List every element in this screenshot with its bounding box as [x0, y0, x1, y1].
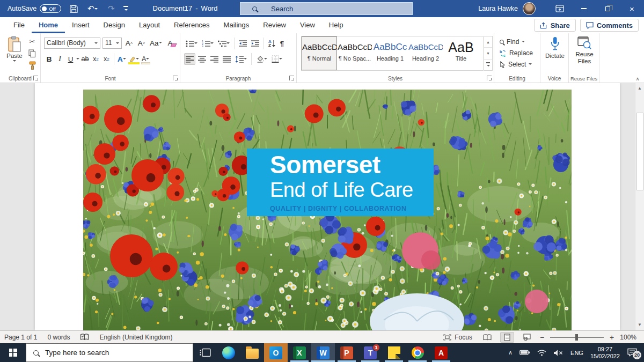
- search-box[interactable]: Search: [240, 2, 413, 15]
- paragraph-dialog-launcher[interactable]: [289, 76, 294, 80]
- cut-button[interactable]: ✂: [27, 36, 38, 47]
- ribbon-collapse-button[interactable]: ∧: [634, 76, 641, 82]
- bullets-button[interactable]: [184, 38, 199, 49]
- wifi-button[interactable]: [537, 349, 546, 356]
- proofing-status-button[interactable]: [80, 334, 89, 341]
- sort-button[interactable]: AZ: [267, 38, 277, 49]
- flower-field-image[interactable]: Somerset End of Life Care QUALITY | DIGN…: [83, 90, 572, 330]
- italic-button[interactable]: I: [55, 53, 65, 65]
- tab-references[interactable]: References: [167, 17, 216, 33]
- comments-button[interactable]: Comments: [580, 19, 639, 32]
- tab-view[interactable]: View: [293, 17, 322, 33]
- vertical-scrollbar[interactable]: ▲ ▼: [635, 83, 644, 330]
- borders-button[interactable]: [270, 53, 284, 65]
- taskbar-word[interactable]: W: [311, 343, 335, 362]
- numbering-button[interactable]: 123: [200, 38, 215, 49]
- word-count[interactable]: 0 words: [47, 334, 70, 341]
- find-button[interactable]: Find: [500, 38, 525, 46]
- bold-button[interactable]: B: [44, 53, 54, 65]
- task-view-button[interactable]: [193, 343, 217, 362]
- style-normal[interactable]: AaBbCcDc ¶ Normal: [302, 36, 337, 70]
- copy-button[interactable]: [27, 48, 38, 58]
- style-heading-2[interactable]: AaBbCcD Heading 2: [408, 36, 443, 70]
- taskbar-search-box[interactable]: Type here to search: [26, 343, 193, 362]
- font-dialog-launcher[interactable]: [173, 76, 178, 80]
- shading-button[interactable]: [254, 53, 269, 65]
- redo-button[interactable]: ↷: [105, 2, 118, 16]
- font-family-select[interactable]: Calibri (Body): [44, 38, 100, 49]
- style-no-spacing[interactable]: AaBbCcDc ¶ No Spac...: [337, 36, 372, 70]
- tab-insert[interactable]: Insert: [65, 17, 97, 33]
- taskbar-edge[interactable]: [217, 343, 240, 362]
- notification-center-button[interactable]: 20: [627, 348, 638, 358]
- dictate-button[interactable]: Dictate: [543, 36, 567, 60]
- styles-scroll-up-button[interactable]: ▲: [484, 36, 492, 48]
- styles-dialog-launcher[interactable]: [487, 76, 492, 80]
- font-size-select[interactable]: 11: [103, 38, 122, 49]
- autosave-toggle[interactable]: Off: [40, 4, 61, 13]
- taskbar-teams[interactable]: T 1: [358, 343, 382, 362]
- document-page[interactable]: Somerset End of Life Care QUALITY | DIGN…: [35, 83, 620, 330]
- zoom-out-button[interactable]: −: [540, 333, 544, 342]
- shrink-font-button[interactable]: A˅: [136, 37, 147, 49]
- tab-mailings[interactable]: Mailings: [217, 17, 257, 33]
- customize-quick-access-button[interactable]: [123, 6, 128, 11]
- read-mode-button[interactable]: [480, 332, 494, 343]
- avatar[interactable]: [523, 2, 536, 15]
- style-title[interactable]: AaB Title: [443, 36, 479, 70]
- restore-button[interactable]: [596, 0, 620, 17]
- text-highlight-button[interactable]: [128, 53, 140, 65]
- taskbar-powerpoint[interactable]: P: [335, 343, 358, 362]
- line-spacing-button[interactable]: [233, 53, 248, 65]
- scrollbar-thumb[interactable]: [636, 113, 643, 190]
- undo-button[interactable]: ↶: [86, 2, 99, 16]
- taskbar-sticky-notes[interactable]: [382, 343, 406, 362]
- paste-button[interactable]: Paste: [4, 36, 25, 72]
- volume-muted-button[interactable]: [553, 350, 564, 356]
- tab-help[interactable]: Help: [322, 17, 350, 33]
- align-left-button[interactable]: [184, 53, 195, 65]
- clock[interactable]: 09:27 15/02/2022: [590, 346, 620, 360]
- align-right-button[interactable]: [209, 53, 220, 65]
- ribbon-display-options-button[interactable]: [547, 0, 572, 17]
- decrease-indent-button[interactable]: [237, 38, 248, 49]
- share-button[interactable]: Share: [534, 19, 576, 32]
- web-layout-button[interactable]: [520, 332, 534, 343]
- superscript-button[interactable]: x2: [101, 53, 112, 65]
- zoom-in-button[interactable]: +: [610, 333, 614, 342]
- taskbar-file-explorer[interactable]: [240, 343, 264, 362]
- start-button[interactable]: [0, 343, 26, 362]
- tab-design[interactable]: Design: [97, 17, 132, 33]
- tray-expand-button[interactable]: ∧: [508, 349, 513, 356]
- tab-home[interactable]: Home: [32, 17, 65, 33]
- select-button[interactable]: Select: [500, 61, 532, 68]
- reuse-files-button[interactable]: ReuseFiles: [572, 36, 597, 65]
- strikethrough-button[interactable]: ab: [80, 53, 90, 65]
- text-effects-button[interactable]: A: [116, 53, 127, 65]
- font-color-button[interactable]: A: [141, 53, 151, 65]
- justify-button[interactable]: [221, 53, 232, 65]
- replace-button[interactable]: bc Replace: [500, 49, 533, 57]
- taskbar-acrobat[interactable]: A: [429, 343, 453, 362]
- underline-dropdown-caret-icon[interactable]: [76, 58, 79, 61]
- scroll-down-button[interactable]: ▼: [635, 321, 644, 329]
- clear-formatting-button[interactable]: A: [165, 37, 175, 49]
- tab-layout[interactable]: Layout: [132, 17, 167, 33]
- taskbar-outlook[interactable]: O: [264, 343, 288, 362]
- style-heading-1[interactable]: AaBbCc Heading 1: [372, 36, 408, 70]
- language-indicator[interactable]: English (United Kingdom): [99, 334, 172, 341]
- language-button[interactable]: ENG: [570, 350, 583, 356]
- tab-review[interactable]: Review: [256, 17, 293, 33]
- focus-mode-button[interactable]: Focus: [443, 334, 472, 341]
- change-case-button[interactable]: Aa: [149, 37, 163, 49]
- tab-file[interactable]: File: [6, 17, 32, 33]
- scroll-up-button[interactable]: ▲: [635, 84, 644, 93]
- close-button[interactable]: ×: [620, 0, 644, 17]
- battery-button[interactable]: [519, 350, 530, 356]
- zoom-level[interactable]: 100%: [620, 334, 636, 341]
- format-painter-button[interactable]: [27, 60, 38, 70]
- taskbar-excel[interactable]: X: [288, 343, 311, 362]
- increase-indent-button[interactable]: [250, 38, 261, 49]
- zoom-slider[interactable]: [550, 337, 604, 338]
- underline-button[interactable]: U: [65, 53, 76, 65]
